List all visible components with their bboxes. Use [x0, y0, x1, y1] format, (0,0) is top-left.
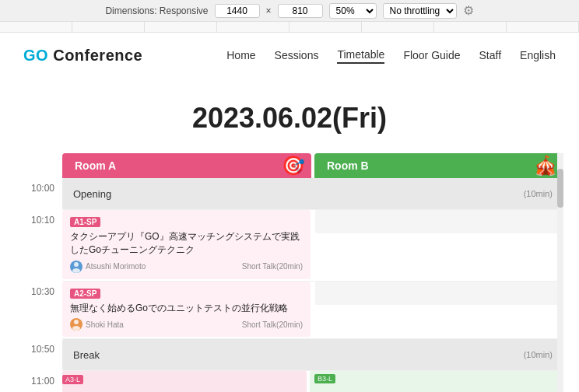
ruler-seg-5	[290, 22, 362, 32]
room-b-col-1010	[315, 210, 563, 281]
site-nav: Home Sessions Timetable Floor Guide Staf…	[226, 48, 556, 64]
page-title-section: 2023.06.02(Fri)	[0, 79, 579, 153]
time-1010: 10:10	[16, 210, 62, 281]
last-cell-a3[interactable]: A3-L	[62, 371, 307, 392]
site-logo[interactable]: GO Conference	[23, 47, 142, 65]
row-content-1000: Opening (10min)	[62, 178, 563, 209]
room-b-emoji: 🎪	[534, 155, 557, 177]
row-content-1030: A2-SP 無理なく始めるGoでのユニットテストの並行化戦略 Shoki Hat…	[62, 282, 563, 339]
opening-label: Opening	[73, 188, 111, 200]
scrollbar-track[interactable]	[557, 153, 563, 392]
nav-staff[interactable]: Staff	[479, 49, 502, 63]
timetable-wrapper: Room A 🎯 Room B 🎪 10:00 Opening (10min)	[0, 153, 579, 392]
ruler-seg-6	[362, 22, 434, 32]
room-b-col-1030	[315, 282, 563, 339]
ruler-seg-1	[0, 22, 72, 32]
ruler-seg-2	[72, 22, 145, 32]
empty-b-1030	[315, 282, 563, 305]
room-a-emoji: 🎯	[282, 155, 305, 177]
opening-session[interactable]: Opening (10min)	[62, 178, 563, 209]
room-b-label: Room B	[327, 159, 369, 172]
talk-meta-a2: Shoki Hata Short Talk(20min)	[70, 318, 303, 331]
room-b-header: Room B 🎪	[314, 153, 563, 178]
browser-toolbar: Dimensions: Responsive × 50% 75% 100% No…	[0, 0, 579, 22]
empty-b-1010	[315, 210, 563, 233]
speaker-name-a2: Shoki Hata	[86, 320, 124, 329]
logo-rest: Conference	[48, 47, 142, 64]
break-session: Break (10min)	[62, 339, 563, 370]
row-content-1050: Break (10min)	[62, 339, 563, 370]
svg-point-0	[74, 262, 79, 267]
last-row-cells: A3-L B3-L	[62, 371, 563, 392]
site-header: GO Conference Home Sessions Timetable Fl…	[0, 33, 579, 79]
talk-card-a2[interactable]: A2-SP 無理なく始めるGoでのユニットテストの並行化戦略 Shoki Hat…	[62, 282, 311, 338]
svg-point-2	[74, 320, 79, 324]
break-duration: (10min)	[524, 350, 553, 359]
width-input[interactable]	[215, 4, 260, 18]
room-a-col-1010: A1-SP タクシーアプリ『GO』高速マッチングシステムで実践したGoチューニン…	[62, 210, 311, 281]
talk-card-a1[interactable]: A1-SP タクシーアプリ『GO』高速マッチングシステムで実践したGoチューニン…	[62, 210, 311, 279]
room-a-header: Room A 🎯	[62, 153, 311, 178]
opening-duration: (10min)	[524, 189, 553, 198]
ruler-seg-8	[507, 22, 579, 32]
timetable-row-1100: 11:00 A3-L B3-L	[16, 371, 563, 392]
speaker-info-a2: Shoki Hata	[70, 318, 124, 331]
height-input[interactable]	[278, 4, 323, 18]
nav-sessions[interactable]: Sessions	[275, 49, 319, 63]
timetable-row-1050: 10:50 Break (10min)	[16, 339, 563, 370]
speaker-avatar-a2	[70, 318, 82, 331]
timetable-row-1030: 10:30 A2-SP 無理なく始めるGoでのユニットテストの並行化戦略	[16, 282, 563, 339]
talk-type-a1: Short Talk(20min)	[242, 262, 303, 271]
nav-floor-guide[interactable]: Floor Guide	[403, 49, 460, 63]
zoom-select[interactable]: 50% 75% 100%	[329, 3, 377, 19]
logo-go: GO	[23, 47, 48, 64]
row-content-1010: A1-SP タクシーアプリ『GO』高速マッチングシステムで実践したGoチューニン…	[62, 210, 563, 281]
tag-b3: B3-L	[314, 374, 335, 383]
svg-point-1	[72, 268, 80, 273]
timetable-row-1010: 10:10 A1-SP タクシーアプリ『GO』高速マッチングシステムで実践したG…	[16, 210, 563, 281]
ruler-bar	[0, 22, 579, 33]
room-header-row: Room A 🎯 Room B 🎪	[62, 153, 563, 178]
dimension-separator: ×	[266, 5, 272, 16]
nav-home[interactable]: Home	[226, 49, 255, 63]
nav-english[interactable]: English	[520, 49, 556, 63]
scrollbar-thumb[interactable]	[557, 169, 563, 208]
ruler-seg-3	[145, 22, 217, 32]
page-title: 2023.06.02(Fri)	[0, 102, 579, 135]
talk-tag-a2: A2-SP	[70, 289, 100, 299]
dimensions-label: Dimensions: Responsive	[105, 5, 208, 16]
timetable-row-1000: 10:00 Opening (10min)	[16, 178, 563, 209]
speaker-name-a1: Atsushi Morimoto	[86, 262, 146, 271]
talk-tag-a1: A1-SP	[70, 217, 100, 227]
last-cell-b3[interactable]: B3-L	[310, 371, 563, 392]
break-label: Break	[73, 349, 100, 361]
time-1030: 10:30	[16, 282, 62, 339]
timetable-container: Room A 🎯 Room B 🎪 10:00 Opening (10min)	[16, 153, 563, 392]
talk-title-a1: タクシーアプリ『GO』高速マッチングシステムで実践したGoチューニングテクニク	[70, 230, 303, 257]
time-1050: 10:50	[16, 339, 62, 370]
time-1000: 10:00	[16, 178, 62, 209]
ruler-seg-4	[217, 22, 290, 32]
main-content: 2023.06.02(Fri) Room A 🎯 Room B 🎪 10:00	[0, 79, 579, 392]
time-1100: 11:00	[16, 371, 62, 392]
nav-timetable[interactable]: Timetable	[337, 48, 384, 64]
settings-icon[interactable]: ⚙	[463, 3, 474, 18]
ruler-seg-7	[434, 22, 507, 32]
svg-point-3	[72, 326, 80, 331]
talk-title-a2: 無理なく始めるGoでのユニットテストの並行化戦略	[70, 302, 303, 315]
speaker-avatar-a1	[70, 261, 82, 273]
speaker-info-a1: Atsushi Morimoto	[70, 261, 146, 273]
throttling-select[interactable]: No throttling Fast 3G Slow 3G	[383, 3, 457, 19]
tag-a3: A3-L	[62, 375, 83, 384]
room-a-label: Room A	[75, 159, 116, 172]
talk-meta-a1: Atsushi Morimoto Short Talk(20min)	[70, 261, 303, 273]
row-content-1100: A3-L B3-L	[62, 371, 563, 392]
room-a-col-1030: A2-SP 無理なく始めるGoでのユニットテストの並行化戦略 Shoki Hat…	[62, 282, 311, 339]
talk-type-a2: Short Talk(20min)	[242, 320, 303, 329]
